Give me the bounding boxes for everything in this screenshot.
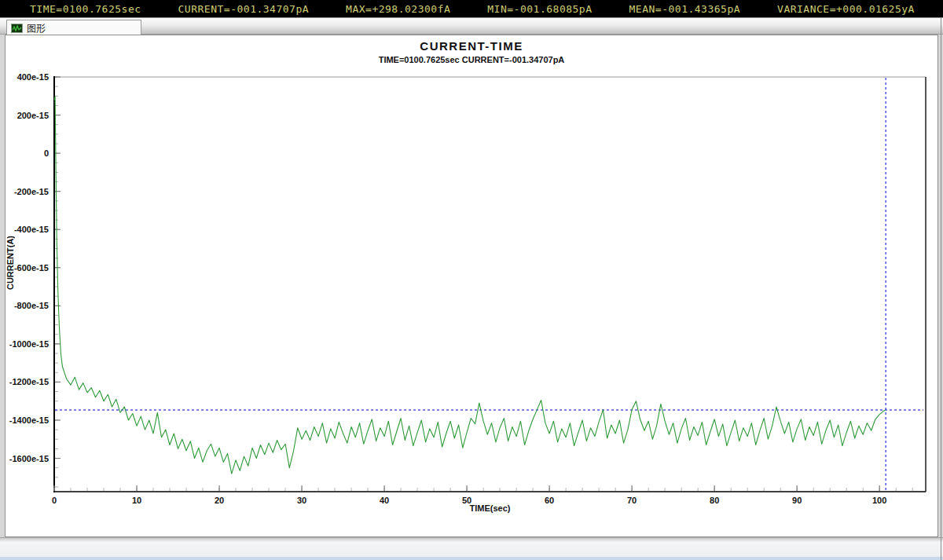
plot-frame xyxy=(54,77,926,492)
waveform-icon xyxy=(11,24,23,33)
x-tick-label: 30 xyxy=(297,496,306,505)
plot-area[interactable]: 0102030405060708090100400e-15200e-150-20… xyxy=(6,35,937,536)
y-tick-label: -400e-15 xyxy=(14,225,49,234)
x-tick-label: 70 xyxy=(627,496,637,505)
y-tick-label: -1200e-15 xyxy=(9,377,49,386)
x-tick-label: 100 xyxy=(872,496,886,505)
bottom-blue-bar xyxy=(0,557,943,560)
status-variance: VARIANCE=+000.01625yA xyxy=(777,3,915,15)
tab-graph[interactable]: 图形 xyxy=(6,20,141,35)
y-tick-label: -800e-15 xyxy=(14,301,49,310)
series-current-line xyxy=(54,97,886,474)
y-tick-label: -200e-15 xyxy=(14,187,49,196)
status-bar: TIME=0100.7625sec CURRENT=-001.34707pA M… xyxy=(0,0,943,17)
window-right-edge xyxy=(941,17,941,560)
y-tick-label: -1400e-15 xyxy=(9,415,49,425)
x-tick-label: 20 xyxy=(215,496,224,505)
chart-panel: CURRENT-TIME TIME=0100.7625sec CURRENT=-… xyxy=(5,35,938,537)
x-tick-label: 80 xyxy=(710,496,719,505)
status-current: CURRENT=-001.34707pA xyxy=(178,3,310,15)
status-min: MIN=-001.68085pA xyxy=(487,3,592,15)
status-max: MAX=+298.02300fA xyxy=(346,3,450,15)
tab-strip: 图形 xyxy=(0,17,943,35)
x-tick-label: 10 xyxy=(132,496,141,505)
x-tick-label: 0 xyxy=(52,496,57,505)
x-tick-label: 50 xyxy=(462,496,472,505)
x-tick-label: 40 xyxy=(380,496,389,505)
y-tick-label: 200e-15 xyxy=(17,111,49,120)
y-tick-label: -600e-15 xyxy=(14,263,49,273)
status-time: TIME=0100.7625sec xyxy=(30,3,141,15)
y-tick-label: 400e-15 xyxy=(17,72,49,82)
bottom-strip xyxy=(0,537,943,560)
y-tick-label: -1000e-15 xyxy=(9,339,49,349)
x-tick-label: 60 xyxy=(545,496,554,505)
tab-label: 图形 xyxy=(27,21,46,35)
y-tick-label: -1600e-15 xyxy=(9,454,49,463)
y-tick-label: 0 xyxy=(44,148,49,158)
x-tick-label: 90 xyxy=(792,496,802,505)
status-mean: MEAN=-001.43365pA xyxy=(629,3,741,15)
